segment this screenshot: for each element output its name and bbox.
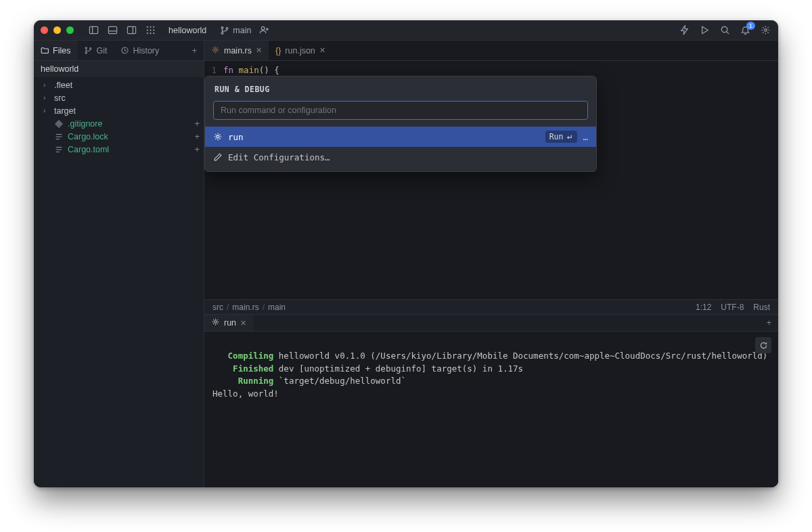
- gear-icon: [213, 132, 223, 141]
- svg-point-18: [261, 26, 265, 30]
- close-icon[interactable]: ✕: [256, 46, 262, 55]
- pencil-icon: [213, 152, 223, 162]
- svg-point-28: [90, 48, 91, 49]
- chevron-right-icon: ›: [43, 94, 50, 102]
- editor-tab-run-json[interactable]: {} run.json ✕: [269, 41, 332, 60]
- plus-icon: +: [194, 118, 200, 129]
- run-pill[interactable]: Run: [545, 131, 578, 143]
- tree-folder-fleet[interactable]: › .fleet: [34, 79, 204, 91]
- svg-point-6: [146, 26, 148, 28]
- svg-point-13: [150, 32, 151, 34]
- tab-git[interactable]: Git: [77, 41, 114, 60]
- svg-point-38: [215, 321, 217, 324]
- folder-icon: [41, 46, 49, 55]
- run-config-item-run[interactable]: run Run …: [205, 127, 596, 147]
- language-mode[interactable]: Rust: [753, 303, 770, 312]
- svg-point-16: [221, 32, 223, 34]
- run-debug-search-input[interactable]: [213, 101, 588, 120]
- tab-files[interactable]: Files: [34, 41, 77, 60]
- tree-file-gitignore[interactable]: .gitignore +: [34, 117, 204, 130]
- svg-point-10: [150, 29, 151, 30]
- branch-selector[interactable]: main: [220, 26, 251, 35]
- notifications-icon[interactable]: 1: [739, 24, 751, 37]
- run-panel-tab-run[interactable]: run ✕: [204, 315, 253, 331]
- svg-point-37: [217, 135, 219, 138]
- status-bar: src / main.rs / main 1:12 UTF-8 Rust: [204, 299, 778, 314]
- svg-point-36: [215, 48, 217, 51]
- file-lines-icon: [54, 132, 64, 141]
- settings-gear-icon[interactable]: [759, 24, 771, 37]
- encoding[interactable]: UTF-8: [721, 303, 744, 312]
- panel-layout-bottom-icon[interactable]: [106, 24, 118, 37]
- bolt-icon[interactable]: [678, 24, 690, 37]
- enter-key-icon: [566, 133, 573, 141]
- notification-badge: 1: [746, 22, 755, 30]
- tree-folder-src[interactable]: › src: [34, 91, 204, 104]
- breadcrumb-fn[interactable]: main: [268, 303, 286, 312]
- sidebar: Files Git History + helloworld › .fleet: [34, 41, 204, 487]
- file-tree: › .fleet › src › target .gitignore: [34, 77, 204, 157]
- svg-point-23: [721, 26, 727, 32]
- rust-gear-icon: [211, 45, 220, 56]
- close-window-button[interactable]: [41, 26, 48, 34]
- cursor-position[interactable]: 1:12: [696, 303, 711, 312]
- close-icon[interactable]: ✕: [319, 46, 325, 55]
- tree-folder-target[interactable]: › target: [34, 104, 204, 117]
- svg-rect-2: [108, 26, 116, 33]
- svg-point-15: [221, 26, 223, 28]
- svg-rect-4: [127, 26, 135, 33]
- tab-history[interactable]: History: [114, 41, 166, 60]
- editor-area: main.rs ✕ {} run.json ✕ 1 fn main(): [204, 41, 778, 487]
- tree-file-cargo-toml[interactable]: Cargo.toml +: [34, 143, 204, 156]
- sidebar-tabs: Files Git History +: [34, 41, 204, 61]
- grid-apps-icon[interactable]: [144, 24, 156, 37]
- branch-name: main: [233, 26, 251, 35]
- titlebar: helloworld main 1: [34, 20, 778, 41]
- minimize-window-button[interactable]: [53, 26, 61, 34]
- history-clock-icon: [120, 46, 129, 55]
- code-line: 1 fn main() {: [204, 61, 778, 75]
- svg-marker-22: [702, 26, 707, 33]
- project-name[interactable]: helloworld: [168, 26, 206, 35]
- tree-file-cargo-lock[interactable]: Cargo.lock +: [34, 130, 204, 143]
- svg-point-27: [86, 52, 87, 53]
- panel-layout-left-icon[interactable]: [87, 24, 99, 37]
- svg-point-14: [153, 32, 154, 34]
- svg-point-11: [153, 29, 154, 30]
- svg-rect-0: [89, 26, 97, 33]
- gear-icon: [211, 317, 220, 328]
- run-debug-popup: RUN & DEBUG run Run …: [204, 76, 597, 172]
- git-icon: [84, 46, 93, 55]
- rerun-button[interactable]: [755, 337, 771, 353]
- more-icon[interactable]: …: [583, 132, 588, 142]
- svg-point-26: [86, 47, 87, 49]
- svg-point-7: [150, 26, 151, 28]
- panel-layout-right-icon[interactable]: [125, 24, 137, 37]
- file-dot-icon: [54, 119, 64, 129]
- add-user-icon[interactable]: [258, 24, 270, 37]
- svg-point-17: [226, 27, 228, 29]
- terminal-output[interactable]: Compiling helloworld v0.1.0 (/Users/kiyo…: [204, 332, 778, 487]
- run-debug-title: RUN & DEBUG: [205, 85, 596, 101]
- close-icon[interactable]: ✕: [240, 319, 246, 328]
- line-number: 1: [204, 65, 223, 75]
- git-branch-icon: [220, 26, 229, 35]
- breadcrumb-src[interactable]: src: [212, 303, 223, 312]
- svg-point-8: [153, 26, 154, 28]
- maximize-window-button[interactable]: [66, 26, 74, 34]
- run-play-icon[interactable]: [698, 24, 710, 37]
- breadcrumb-file[interactable]: main.rs: [232, 303, 258, 312]
- svg-line-24: [726, 32, 728, 34]
- run-panel-add[interactable]: +: [760, 318, 778, 328]
- svg-point-25: [764, 29, 767, 32]
- plus-icon: +: [194, 131, 200, 141]
- plus-icon: +: [194, 144, 200, 154]
- chevron-right-icon: ›: [43, 81, 50, 89]
- json-braces-icon: {}: [275, 46, 281, 56]
- editor-tab-main-rs[interactable]: main.rs ✕: [204, 41, 269, 60]
- project-root[interactable]: helloworld: [34, 61, 204, 77]
- search-icon[interactable]: [719, 24, 731, 37]
- sidebar-add-tab[interactable]: +: [185, 46, 204, 56]
- edit-configurations-item[interactable]: Edit Configurations…: [205, 147, 596, 167]
- code-editor[interactable]: 1 fn main() { RUN & DEBUG: [204, 61, 778, 299]
